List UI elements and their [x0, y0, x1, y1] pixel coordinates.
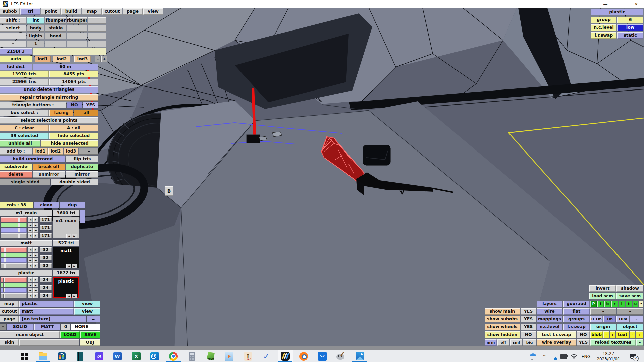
add-to-lod3[interactable]: lod3 — [64, 148, 78, 155]
tray-chevron-icon[interactable]: ^ — [541, 353, 547, 360]
slider-spec-m1[interactable] — [1, 233, 27, 238]
lod2-tab[interactable]: lod2 — [53, 56, 70, 62]
big-button[interactable]: big — [523, 339, 536, 346]
page-label[interactable]: page — [0, 316, 19, 322]
arrow-left-icon[interactable]: ◄ — [28, 217, 33, 222]
groups-button[interactable]: groups — [563, 316, 590, 322]
lrswap-value[interactable]: static — [617, 32, 643, 39]
slider-blue-plastic[interactable] — [1, 288, 27, 293]
photos-icon[interactable] — [355, 351, 365, 361]
chrome-icon[interactable] — [168, 351, 178, 361]
blob-plus-button[interactable]: + — [610, 331, 615, 338]
menu-build[interactable]: build — [61, 8, 81, 15]
arrow-right-icon[interactable]: ► — [33, 263, 38, 268]
slider-red-plastic[interactable] — [1, 277, 27, 282]
add-to-dash[interactable]: – — [79, 148, 98, 155]
arrow-right-icon[interactable]: ► — [72, 234, 77, 238]
arrow-left-icon[interactable]: ◄ — [66, 294, 71, 298]
menu-subob[interactable]: subob — [0, 8, 20, 15]
lod-dist-label[interactable]: lod dist — [0, 64, 32, 70]
subob-empty-5[interactable] — [88, 33, 106, 39]
flag-r-button[interactable]: r — [611, 301, 618, 307]
wifi-icon[interactable] — [570, 353, 578, 360]
arrow-left-icon[interactable]: ◄ — [66, 234, 71, 238]
sml-button[interactable]: sml — [510, 339, 522, 346]
undo-delete-triangles-button[interactable]: undo delete triangles — [0, 86, 98, 93]
mirror-button[interactable]: mirror — [66, 171, 98, 178]
app-2020-icon[interactable]: 2020 — [206, 351, 216, 361]
shader-matt-button[interactable]: MATT — [34, 324, 60, 330]
slider-green-matt[interactable] — [1, 253, 27, 257]
lod3-tab[interactable]: lod3 — [74, 56, 91, 62]
reload-dash-button[interactable]: – — [636, 339, 643, 346]
repair-triangle-mirroring-button[interactable]: repair triangle mirroring — [0, 94, 98, 101]
subob-empty-3[interactable] — [88, 25, 106, 32]
map-value[interactable]: plastic — [19, 301, 74, 307]
flag-dot-button[interactable]: • — [639, 301, 643, 307]
break-off-button[interactable]: break off — [33, 164, 65, 170]
arrow-right-icon[interactable]: ► — [33, 258, 38, 263]
material-scrollbar[interactable] — [80, 210, 85, 223]
lod-minus-button[interactable]: – — [95, 56, 101, 62]
map-view-button[interactable]: view — [74, 301, 100, 307]
add-to-lod2[interactable]: lod2 — [48, 148, 63, 155]
cutout-value[interactable]: matt — [19, 308, 74, 315]
blob-button[interactable]: blob — [590, 331, 603, 338]
flag-P-button[interactable]: P — [590, 301, 597, 307]
unmirror-button[interactable]: unmirror — [33, 171, 65, 178]
start-button[interactable] — [19, 351, 30, 361]
slider-red-m1[interactable] — [1, 217, 27, 222]
subob-int[interactable]: int — [27, 17, 44, 24]
arrow-right-icon[interactable]: ► — [72, 264, 77, 268]
arrow-right-icon[interactable]: ► — [33, 247, 38, 252]
menu-view[interactable]: view — [143, 8, 163, 15]
language-indicator[interactable]: ENG — [580, 354, 592, 359]
arrow-right-icon[interactable]: ► — [72, 294, 77, 298]
subob-empty-8[interactable] — [88, 41, 106, 47]
page-value[interactable]: [no texture] — [19, 316, 86, 322]
microsoft-store-icon[interactable] — [57, 351, 67, 361]
lod-dist-value[interactable]: 60 m — [33, 64, 98, 70]
subob-empty-6[interactable] — [45, 41, 66, 47]
flag-f-button[interactable]: f — [597, 301, 604, 307]
load-scm-button[interactable]: load scm — [589, 293, 616, 299]
show-wheels-button[interactable]: show wheels — [485, 324, 520, 330]
flag-b-button[interactable]: b — [604, 301, 611, 307]
arrow-right-icon[interactable]: ► — [33, 288, 38, 293]
box-select-all[interactable]: all — [74, 110, 98, 116]
show-wheels-state[interactable]: YES — [521, 324, 536, 330]
subdivide-button[interactable]: subdivide — [0, 164, 32, 170]
menu-page[interactable]: page — [123, 8, 143, 15]
invert-button[interactable]: invert — [589, 285, 616, 292]
menu-tri[interactable]: tri — [20, 8, 40, 15]
show-main-button[interactable]: show main — [485, 308, 520, 315]
word-icon[interactable]: W — [112, 351, 122, 361]
current-material-name[interactable]: plastic — [591, 9, 643, 15]
save-scm-button[interactable]: save scm — [616, 293, 643, 299]
unhide-all-button[interactable]: unhide all — [0, 140, 40, 147]
nclevel-value[interactable]: low — [617, 24, 643, 31]
cols-dup-button[interactable]: dup — [60, 202, 85, 208]
test-lrswap-state[interactable]: NO — [577, 331, 590, 338]
flat-button[interactable]: flat — [563, 308, 590, 315]
grid-0-1m-button[interactable]: 0.1m — [590, 316, 603, 322]
text-minus-button[interactable]: – — [630, 331, 635, 338]
blender-icon[interactable] — [299, 351, 309, 361]
flag-t-button[interactable]: t — [626, 301, 632, 307]
flag-l-button[interactable]: l — [619, 301, 625, 307]
slash-a-app-icon[interactable]: /A — [94, 351, 104, 361]
double-sided-button[interactable]: double sided — [51, 179, 98, 185]
cols-count[interactable]: cols : 38 — [0, 202, 33, 208]
nclevel-label[interactable]: n.c.level — [591, 24, 616, 31]
group-label[interactable]: group — [591, 17, 616, 23]
menu-map[interactable]: map — [82, 8, 102, 15]
grid-10m-button[interactable]: 10m — [616, 316, 629, 322]
subob-fbumper[interactable]: fbumper — [45, 17, 66, 24]
minimize-button[interactable]: — — [598, 0, 613, 8]
subob-stekla[interactable]: stekla — [45, 25, 66, 32]
excel-icon[interactable]: X — [131, 351, 141, 361]
subob-hood[interactable]: hood — [45, 33, 66, 39]
dash-button-1[interactable]: – — [590, 308, 616, 315]
arrow-left-icon[interactable]: ◄ — [28, 247, 33, 252]
weather-icon[interactable] — [529, 352, 537, 361]
